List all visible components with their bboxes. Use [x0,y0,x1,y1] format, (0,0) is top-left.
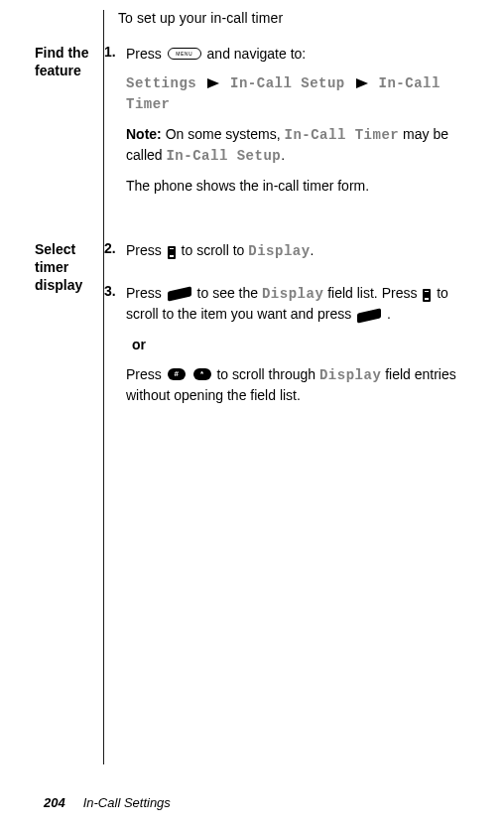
step1-line-press: Press MENU and navigate to: [126,44,480,64]
arrow-icon [356,78,368,88]
display-field: Display [319,367,381,383]
section-find-feature: Find the feature 1. Press MENU and navig… [118,44,480,218]
page-number: 204 [44,795,65,810]
text-fragment: On some systems, [162,126,285,142]
arrow-icon [207,78,219,88]
menu-path: Settings In-Call Setup In-Call Timer [126,73,480,114]
step1-note: Note: On some systems, In-Call Timer may… [126,124,480,167]
step-3: 3. Press to see the Display field list. … [104,283,480,415]
softkey-icon [357,308,381,323]
display-field: Display [248,243,310,259]
page-content: To set up your in-call timer Find the fe… [103,10,480,764]
step-body: Press to scroll to Display. [126,240,480,271]
step3-line2: Press # * to scroll through Display fiel… [126,364,480,406]
step-body: Press to see the Display field list. Pre… [126,283,480,415]
text-fragment: to scroll to [182,242,249,258]
step-number: 3. [104,283,126,299]
step3-line1: Press to see the Display field list. Pre… [126,283,480,325]
step-number: 1. [104,44,126,60]
path-settings: Settings [126,75,196,91]
intro-text: To set up your in-call timer [118,10,480,26]
text-fragment: to scroll through [216,366,319,382]
section-steps-find: 1. Press MENU and navigate to: Settings … [104,44,480,218]
softkey-icon [168,287,191,302]
text-fragment: field list. Press [327,285,421,301]
text-fragment: . [311,242,315,258]
hash-key-icon: # [168,368,186,380]
text-fragment: Press [126,366,166,382]
text-fragment: and navigate to: [207,46,307,62]
text-fragment: Press [126,285,166,301]
text-fragment: Press [126,242,166,258]
step-2: 2. Press to scroll to Display. [104,240,480,271]
footer-title: In-Call Settings [83,795,171,810]
section-steps-select: 2. Press to scroll to Display. 3. Press [104,240,480,428]
scroll-key-icon [423,289,431,302]
section-select-display: Select timer display 2. Press to scroll … [118,240,480,428]
text-fragment: . [387,306,391,322]
scroll-key-icon [168,246,176,259]
step-number: 2. [104,240,126,256]
menu-button-icon: MENU [168,48,201,60]
display-field: Display [262,286,323,302]
note-setup: In-Call Setup [166,148,281,164]
text-fragment: . [281,147,285,163]
step2-line: Press to scroll to Display. [126,240,480,261]
or-separator: or [132,335,480,354]
step-body: Press MENU and navigate to: Settings In-… [126,44,480,207]
star-key-icon: * [193,368,211,380]
step1-result: The phone shows the in-call timer form. [126,176,480,196]
section-label-select: Select timer display [35,240,104,295]
text-fragment: to see the [197,285,262,301]
path-setup: In-Call Setup [230,75,345,91]
step-1: 1. Press MENU and navigate to: Settings … [104,44,480,207]
text-fragment: Press [126,46,166,62]
section-label-find: Find the feature [35,44,104,79]
page-footer: 204 In-Call Settings [44,795,171,810]
note-timer: In-Call Timer [284,127,399,143]
note-label: Note: [126,126,162,142]
